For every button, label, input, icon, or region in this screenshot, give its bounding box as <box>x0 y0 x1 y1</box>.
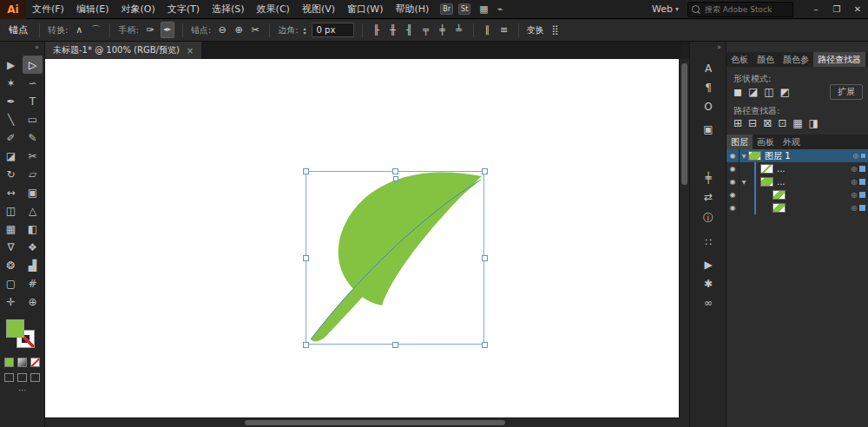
layers-tab-2[interactable]: 外观 <box>779 135 805 149</box>
minus-front-icon[interactable]: ◪ <box>748 86 758 98</box>
selection-handle-e[interactable] <box>482 255 488 261</box>
align-right-icon[interactable]: ╢ <box>404 23 416 37</box>
crop-icon[interactable]: ⊡ <box>778 117 786 129</box>
graphic-styles-panel-icon[interactable]: ✱ <box>690 276 727 292</box>
transform-link[interactable]: 变换 <box>527 24 544 36</box>
convert-smooth-icon[interactable]: ⌒ <box>89 23 102 37</box>
expand-button[interactable]: 扩展 <box>830 84 863 100</box>
minus-back-icon[interactable]: ◨ <box>809 117 819 129</box>
symbol-sprayer-tool[interactable]: ❂ <box>1 256 21 274</box>
direct-selection-tool[interactable]: ▷ <box>23 56 43 74</box>
layer-thumbnail[interactable] <box>773 203 786 213</box>
outline-icon[interactable]: ▦ <box>792 117 802 129</box>
divide-icon[interactable]: ⊞ <box>733 117 742 129</box>
graph-tool[interactable]: ▟ <box>23 256 43 274</box>
expand-panels-icon[interactable]: » <box>690 42 726 51</box>
layer-thumbnail[interactable] <box>760 177 773 187</box>
slice-tool[interactable]: # <box>23 274 43 292</box>
intersect-icon[interactable]: ◫ <box>764 86 773 98</box>
mesh-tool[interactable]: ▦ <box>1 220 21 238</box>
opentype-panel-icon[interactable]: O <box>690 99 727 115</box>
info-panel-icon[interactable]: ⓘ <box>690 210 727 226</box>
layer-thumbnail[interactable] <box>748 151 761 161</box>
stock-search[interactable] <box>687 2 793 17</box>
selection-handle-ne[interactable] <box>482 168 488 174</box>
menu-item-2[interactable]: 对象(O) <box>115 0 161 19</box>
selection-handle-n[interactable] <box>392 168 398 174</box>
symbols-panel-icon[interactable]: ▶ <box>690 257 727 273</box>
target-icon[interactable]: ◎ <box>849 191 859 199</box>
panel-tab-1[interactable]: 颜色 <box>753 52 779 67</box>
target-icon[interactable]: ◎ <box>849 165 859 173</box>
eraser-tool[interactable]: ◪ <box>1 147 21 165</box>
rotate-tool[interactable]: ↻ <box>1 165 21 183</box>
panel-tab-0[interactable]: 色板 <box>727 52 753 67</box>
layer-row-2[interactable]: ◉▼...◎ <box>727 175 868 188</box>
selection-handle-se[interactable] <box>482 342 488 348</box>
align-bottom-icon[interactable]: ╧ <box>453 23 465 37</box>
draw-normal-button[interactable] <box>4 373 14 382</box>
menu-item-4[interactable]: 选择(S) <box>206 0 251 19</box>
panel-tab-3[interactable]: 路径查找器 <box>813 52 865 67</box>
eye-icon[interactable]: ◉ <box>727 149 740 162</box>
hide-handles-icon[interactable]: ✒ <box>161 22 174 38</box>
horizontal-scrollbar[interactable] <box>45 417 679 427</box>
expander-icon[interactable]: ▼ <box>740 179 748 185</box>
draw-inside-button[interactable] <box>30 373 40 382</box>
minimize-button[interactable]: – <box>806 0 826 19</box>
panel-tab-2[interactable]: 颜色参 <box>779 52 813 67</box>
workspace-icon[interactable]: ⌁ <box>497 3 503 15</box>
fill-swatch[interactable] <box>6 319 24 338</box>
vertical-scrollbar[interactable] <box>679 59 689 417</box>
selection-handle-w[interactable] <box>303 255 309 261</box>
type-tool[interactable]: T <box>23 92 43 110</box>
remove-anchor-icon[interactable]: ⊖ <box>216 23 228 37</box>
layers-tab-0[interactable]: 图层 <box>727 135 753 149</box>
vertical-scrollbar-thumb[interactable] <box>681 63 687 185</box>
distribute-vertical-icon[interactable]: ≡ <box>498 23 510 37</box>
convert-corner-icon[interactable]: ∧ <box>73 23 85 37</box>
menu-item-0[interactable]: 文件(F) <box>26 0 70 19</box>
gradient-button[interactable] <box>17 358 27 367</box>
pencil-tool[interactable]: ✎ <box>23 128 43 147</box>
selection-handle-nw[interactable] <box>303 168 309 174</box>
cut-path-icon[interactable]: ✂ <box>249 23 261 37</box>
blend-tool[interactable]: ❖ <box>23 238 43 256</box>
selection-handle-s[interactable] <box>392 342 398 348</box>
target-icon[interactable]: ◎ <box>849 204 859 212</box>
transform-panel-icon[interactable]: ⇄ <box>690 189 727 205</box>
horizontal-scrollbar-thumb[interactable] <box>245 420 505 425</box>
paintbrush-tool[interactable]: ✐ <box>1 128 21 147</box>
restore-button[interactable]: ❐ <box>826 0 847 19</box>
corner-radius-field[interactable]: 0 px <box>312 23 354 37</box>
layer-row-4[interactable]: ◉◎ <box>727 201 868 214</box>
canvas-artboard[interactable] <box>45 59 679 417</box>
free-transform-tool[interactable]: ▣ <box>23 183 43 201</box>
menu-item-3[interactable]: 文字(T) <box>161 0 206 19</box>
trim-icon[interactable]: ⊟ <box>748 117 757 129</box>
collapse-tools-icon[interactable]: » <box>0 42 44 54</box>
pen-tool[interactable]: ✒ <box>1 92 21 110</box>
links-panel-icon[interactable]: ∞ <box>690 295 727 311</box>
expander-icon[interactable]: ▼ <box>740 153 748 159</box>
magic-wand-tool[interactable]: ✶ <box>1 74 21 92</box>
menu-item-6[interactable]: 视图(V) <box>296 0 341 19</box>
eye-icon[interactable]: ◉ <box>727 175 740 188</box>
menu-item-7[interactable]: 窗口(W) <box>341 0 389 19</box>
artboard-tool[interactable]: ▢ <box>1 274 21 292</box>
corner-stepper[interactable]: ▴▾ <box>304 26 306 35</box>
scale-tool[interactable]: ▱ <box>23 165 43 183</box>
close-tab-icon[interactable]: × <box>187 46 194 56</box>
align-panel-icon[interactable]: ╪ <box>690 170 727 186</box>
merge-icon[interactable]: ⊠ <box>763 117 772 129</box>
add-anchor-icon[interactable]: ⊕ <box>233 23 245 37</box>
arrange-documents-icon[interactable]: ▦ <box>479 3 488 15</box>
layer-row-1[interactable]: ◉...◎ <box>727 162 868 175</box>
artboards-panel-icon[interactable]: ▣ <box>690 122 727 137</box>
paragraph-panel-icon[interactable]: ¶ <box>690 80 727 95</box>
selection-handle-sw[interactable] <box>303 342 309 348</box>
draw-behind-button[interactable] <box>17 373 27 382</box>
align-middle-icon[interactable]: ╪ <box>437 23 449 37</box>
layer-row-0[interactable]: ◉▼图层 1◎ <box>727 149 868 162</box>
anchor-point[interactable] <box>393 176 398 181</box>
